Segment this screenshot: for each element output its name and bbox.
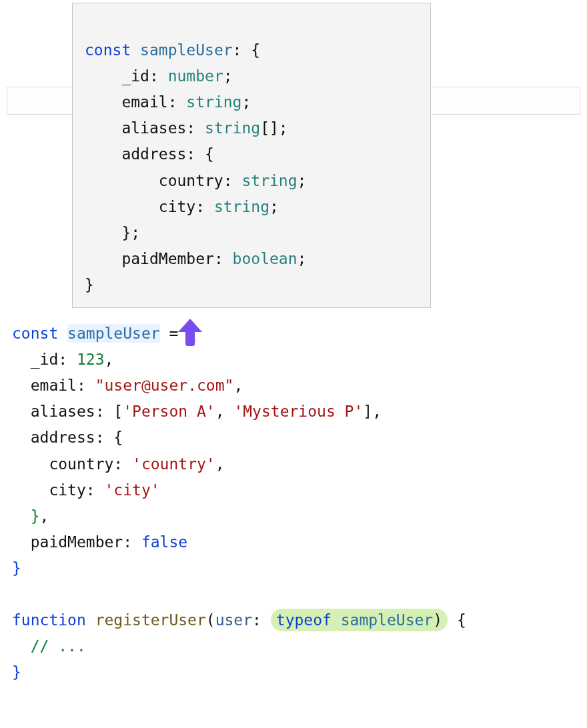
prop-city: city <box>49 481 85 499</box>
code-editor[interactable]: const sampleUser = { _id: 123, email: "u… <box>12 295 466 685</box>
value-email: "user@user.com" <box>95 377 234 394</box>
prop-address: address <box>31 429 95 446</box>
tooltip-prop-aliases: aliases <box>121 119 186 137</box>
tooltip-prop-email: email <box>121 93 167 111</box>
identifier-sampleuser[interactable]: sampleUser <box>67 325 159 342</box>
tooltip-type-string-arr: string <box>205 119 260 137</box>
type-tooltip: const sampleUser: { _id: number; email: … <box>72 3 431 308</box>
keyword-function: function <box>12 611 86 629</box>
prop-id: _id <box>31 351 59 368</box>
tooltip-prop-paid: paidMember <box>121 250 213 267</box>
tooltip-prop-city: city <box>159 198 195 215</box>
tooltip-type-number: number <box>168 67 223 85</box>
function-name: registerUser <box>95 611 206 629</box>
tooltip-identifier: sampleUser <box>140 41 232 59</box>
comment: // ... <box>31 637 86 655</box>
tooltip-type-boolean: boolean <box>233 250 298 267</box>
value-id: 123 <box>77 351 105 368</box>
keyword-const: const <box>85 41 131 59</box>
tooltip-prop-id: _id <box>121 67 149 85</box>
typeof-highlight: typeof sampleUser) <box>271 609 448 631</box>
prop-paid: paidMember <box>31 533 123 551</box>
param-user: user <box>215 611 252 629</box>
prop-country: country <box>49 455 113 473</box>
keyword-const: const <box>12 325 58 342</box>
tooltip-prop-address: address <box>121 145 186 163</box>
tooltip-type-string: string <box>186 93 241 111</box>
prop-email: email <box>31 377 77 394</box>
tooltip-prop-country: country <box>159 172 223 189</box>
value-false: false <box>141 533 187 551</box>
prop-aliases: aliases <box>31 403 95 420</box>
